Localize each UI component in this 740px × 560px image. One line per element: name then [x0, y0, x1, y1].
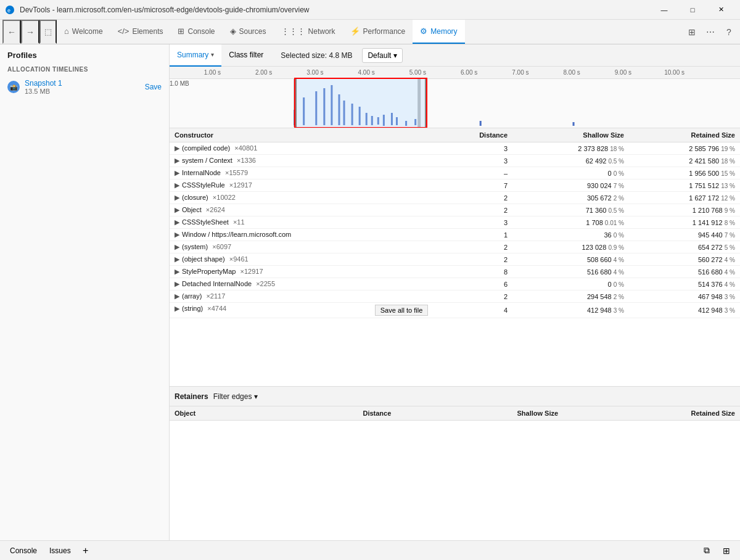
undock-button[interactable]: ⧉: [698, 542, 715, 559]
table-row[interactable]: ▶(system) ×60972123 028 0.9 %654 272 5 %: [170, 241, 740, 253]
cell-shallow: 123 028 0.9 %: [512, 241, 629, 253]
selected-size-display: Selected size: 4.8 MB: [276, 51, 357, 60]
tab-memory[interactable]: ⚙ Memory: [413, 20, 464, 44]
table-row[interactable]: ▶(string) ×4744Save all to file4412 948 …: [170, 303, 740, 318]
nav-button-inspect[interactable]: ⬚: [39, 20, 57, 44]
table-row[interactable]: ▶(array) ×21172294 548 2 %467 948 3 %: [170, 290, 740, 303]
cell-retained: 654 272 5 %: [629, 241, 740, 253]
constructor-name: system / Context: [182, 157, 232, 164]
row-expand-icon[interactable]: ▶: [175, 144, 179, 152]
table-row[interactable]: ▶Window / https://learn.microsoft.com136…: [170, 229, 740, 241]
table-row[interactable]: ▶CSSStyleRule ×129177930 024 7 %1 751 51…: [170, 179, 740, 192]
tab-performance-label: Performance: [363, 27, 406, 36]
save-link[interactable]: Save: [145, 83, 162, 91]
class-filter-button[interactable]: Class filter: [221, 44, 271, 67]
row-expand-icon[interactable]: ▶: [175, 231, 179, 238]
retainers-table-wrapper[interactable]: Object Distance Shallow Size Retained Si…: [170, 406, 740, 540]
constructor-count: ×4744: [205, 305, 226, 312]
constructor-count: ×1336: [235, 157, 256, 164]
svg-text:e: e: [7, 7, 10, 14]
maximize-button[interactable]: □: [678, 0, 707, 20]
save-all-button[interactable]: Save all to file: [375, 305, 428, 316]
tab-elements[interactable]: </> Elements: [110, 20, 171, 44]
table-row[interactable]: ▶system / Context ×1336362 492 0.5 %2 42…: [170, 155, 740, 167]
help-button[interactable]: ?: [720, 23, 738, 41]
row-expand-icon[interactable]: ▶: [175, 181, 179, 189]
row-expand-icon[interactable]: ▶: [175, 255, 179, 263]
row-expand-icon[interactable]: ▶: [175, 194, 179, 201]
row-expand-icon[interactable]: ▶: [175, 292, 179, 300]
row-expand-icon[interactable]: ▶: [175, 206, 179, 213]
row-expand-icon[interactable]: ▶: [175, 243, 179, 250]
cell-retained: 1 210 768 9 %: [629, 204, 740, 216]
timeline-ruler: 1.00 s 2.00 s 3.00 s 4.00 s 5.00 s 6.00 …: [170, 67, 740, 79]
constructor-name: (object shape): [182, 255, 225, 263]
add-panel-button[interactable]: +: [78, 543, 93, 558]
row-expand-icon[interactable]: ▶: [175, 268, 179, 275]
table-row[interactable]: ▶InternalNode ×15579–0 0 %1 956 500 15 %: [170, 167, 740, 179]
nav-button-forward[interactable]: →: [21, 20, 39, 44]
constructor-count: ×40801: [232, 144, 257, 152]
table-wrapper[interactable]: Constructor Distance Shallow Size Retain…: [170, 128, 740, 386]
default-button[interactable]: Default ▾: [362, 48, 403, 63]
col-constructor: Constructor: [170, 128, 433, 142]
minimize-button[interactable]: —: [650, 0, 678, 20]
timeline-chart[interactable]: 1.0 MB: [170, 79, 740, 127]
constructor-count: ×11: [231, 218, 245, 226]
nav-button-back[interactable]: ←: [2, 20, 21, 44]
window-controls: — □ ✕: [650, 0, 735, 20]
table-row[interactable]: ▶(closure) ×100222305 672 2 %1 627 172 1…: [170, 192, 740, 204]
tab-sources[interactable]: ◈ Sources: [223, 20, 274, 44]
snapshot-item[interactable]: 📸 Snapshot 1 13.5 MB Save: [0, 75, 169, 99]
snapshot-icon: 📸: [7, 81, 20, 93]
retained-pct: 4 %: [725, 281, 735, 288]
console-tab-button[interactable]: Console: [5, 541, 42, 561]
cell-distance: 2: [433, 290, 512, 303]
table-row[interactable]: ▶(compiled code) ×4080132 373 828 18 %2 …: [170, 142, 740, 155]
filter-edges-button[interactable]: Filter edges ▾: [213, 392, 258, 401]
cell-shallow: 2 373 828 18 %: [512, 142, 629, 155]
main-area: Profiles ALLOCATION TIMELINES 📸 Snapshot…: [0, 44, 740, 540]
settings-button[interactable]: ⊞: [718, 542, 735, 559]
row-expand-icon[interactable]: ▶: [175, 157, 179, 164]
table-section: Constructor Distance Shallow Size Retain…: [170, 128, 740, 386]
svg-rect-20: [573, 122, 575, 126]
tab-console[interactable]: ⊞ Console: [170, 20, 222, 44]
retained-pct: 13 %: [721, 183, 735, 189]
snapshot-size: 13.5 MB: [25, 88, 140, 95]
retained-pct: 4 %: [725, 257, 735, 263]
summary-label: Summary: [177, 51, 208, 59]
cell-shallow: 1 708 0.01 %: [512, 216, 629, 229]
new-panel-button[interactable]: ⊞: [683, 23, 701, 41]
summary-button[interactable]: Summary ▾: [170, 44, 221, 67]
more-tabs-button[interactable]: ⋯: [702, 23, 719, 41]
issues-tab-button[interactable]: Issues: [44, 541, 76, 561]
table-row[interactable]: ▶(object shape) ×94612508 660 4 %560 272…: [170, 253, 740, 266]
cell-shallow: 412 948 3 %: [512, 303, 629, 318]
table-row[interactable]: ▶Object ×2624271 360 0.5 %1 210 768 9 %: [170, 204, 740, 216]
constructor-name: CSSStyleSheet: [182, 218, 229, 226]
row-expand-icon[interactable]: ▶: [175, 169, 179, 176]
table-row[interactable]: ▶Detached InternalNode ×225560 0 %514 37…: [170, 278, 740, 290]
tab-network[interactable]: ⋮⋮⋮ Network: [274, 20, 343, 44]
snapshot-info: Snapshot 1 13.5 MB: [25, 79, 140, 95]
cell-retained: 1 956 500 15 %: [629, 167, 740, 179]
cell-distance: 2: [433, 241, 512, 253]
snapshot-name: Snapshot 1: [25, 79, 140, 88]
close-button[interactable]: ✕: [707, 0, 735, 20]
tab-welcome[interactable]: ⌂ Welcome: [57, 20, 110, 44]
default-dropdown[interactable]: Default ▾: [362, 48, 403, 63]
row-expand-icon[interactable]: ▶: [175, 305, 179, 312]
tab-memory-label: Memory: [430, 27, 457, 36]
table-row[interactable]: ▶StylePropertyMap ×129178516 680 4 %516 …: [170, 266, 740, 278]
constructor-name: (array): [182, 292, 202, 300]
row-expand-icon[interactable]: ▶: [175, 280, 179, 287]
table-row[interactable]: ▶CSSStyleSheet ×1131 708 0.01 %1 141 912…: [170, 216, 740, 229]
tab-performance[interactable]: ⚡ Performance: [343, 20, 413, 44]
cell-distance: 1: [433, 229, 512, 241]
row-expand-icon[interactable]: ▶: [175, 218, 179, 226]
constructor-name: CSSStyleRule: [182, 181, 225, 189]
cell-constructor: ▶Object ×2624: [170, 204, 433, 216]
constructor-count: ×12917: [228, 181, 252, 189]
bottombar: Console Issues + ⧉ ⊞: [0, 540, 740, 560]
